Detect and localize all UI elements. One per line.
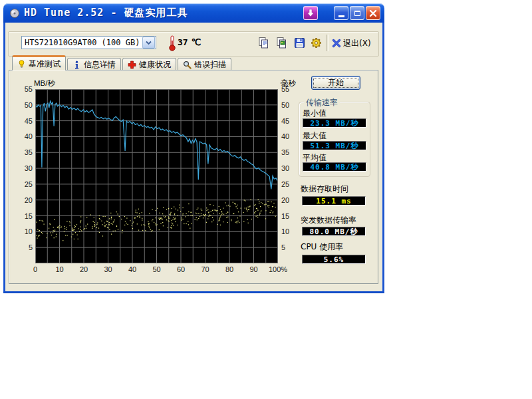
y-tick-left: 40 [17,132,33,140]
x-tick: 0 [24,265,47,273]
y-tick-left: 25 [17,180,33,188]
minimize-icon [338,15,344,17]
x-tick: 30 [97,265,120,273]
stat-value: 5.6% [302,255,366,264]
y-tick-left: 35 [17,148,33,156]
benchmark-icon [17,60,26,68]
stat-value: 51.3 MB/秒 [303,141,366,150]
stat-label: 最小值 [303,108,327,119]
exit-x-icon [332,39,341,48]
y-tick-left: 45 [17,117,33,125]
stat-value: 40.8 MB/秒 [303,162,366,172]
options-button[interactable] [308,35,324,51]
exit-button[interactable]: 退出(X) [332,36,371,51]
stat-label: 突发数据传输率 [301,215,356,226]
copy-screenshot-button[interactable] [273,35,289,51]
y-axis-unit-left: MB/秒 [34,78,55,88]
y-tick-right: 45 [281,117,297,125]
x-tick: 40 [121,265,144,273]
tab-label: 错误扫描 [194,59,226,70]
copy-image-icon [275,37,288,49]
y-tick-left: 15 [17,212,33,220]
y-tick-left: 30 [17,164,33,172]
health-icon [128,61,136,69]
y-tick-right: 15 [281,212,297,220]
x-tick: 60 [170,265,192,273]
download-update-button[interactable] [303,6,318,20]
maximize-icon [354,11,360,16]
transfer-rate-group-title: 传输速率 [304,97,340,108]
benchmark-chart [35,89,278,263]
temperature-value: 37 [178,37,188,47]
exit-label: 退出(X) [343,38,371,49]
y-tick-right: 35 [281,148,297,156]
scan-icon [183,61,192,69]
stat-value: 23.3 MB/秒 [303,118,366,128]
y-tick-left: 50 [17,101,33,109]
window-border-left [3,23,5,293]
stat-value: 15.1 ms [302,196,366,205]
tab-label: 基准测试 [29,59,61,70]
y-tick-left: 5 [17,243,33,251]
y-tick-left: 10 [17,227,33,235]
stat-label: 最大值 [303,130,327,142]
window-border-bottom [3,291,384,293]
y-tick-right: 25 [281,180,297,188]
info-icon [72,61,81,69]
window-border-right [382,23,384,293]
titlebar[interactable]: HD Tune 2.52 - 硬盘实用工具 [3,3,384,23]
y-tick-left: 55 [17,85,33,93]
x-tick: 70 [194,265,217,273]
y-tick-right: 40 [281,132,297,140]
save-screenshot-button[interactable] [291,35,307,51]
app-icon [9,8,20,19]
temperature-unit: ℃ [192,37,201,47]
tab-info[interactable]: 信息详情 [67,58,121,70]
window-title: HD Tune 2.52 - 硬盘实用工具 [24,7,188,19]
tab-health[interactable]: 健康状况 [122,58,176,70]
tab-benchmark[interactable]: 基准测试 [12,55,66,70]
save-icon [293,37,306,49]
y-tick-right: 55 [281,85,297,93]
x-tick: 10 [49,265,71,273]
y-tick-left: 20 [17,196,33,204]
y-tick-right: 5 [281,243,297,251]
copy-text-button[interactable] [255,35,271,51]
titlebar-buttons [303,6,380,20]
drive-select[interactable]: HTS721010G9AT00 (100 GB) [21,36,156,49]
temperature-readout: 37 ℃ [178,37,201,47]
tab-error-scan[interactable]: 错误扫描 [178,58,231,70]
y-tick-right: 30 [281,164,297,172]
x-tick: 100% [267,265,289,273]
transfer-rate-group: 传输速率 最小值23.3 MB/秒最大值51.3 MB/秒平均值40.8 MB/… [299,102,370,177]
chevron-down-icon[interactable] [142,37,155,49]
copy-icon [257,37,270,49]
x-tick: 80 [218,265,241,273]
stat-label: 数据存取时间 [301,184,348,195]
drive-select-value: HTS721010G9AT00 (100 GB) [22,38,142,47]
stat-value: 80.0 MB/秒 [302,227,366,236]
x-tick: 20 [72,265,95,273]
x-tick: 50 [146,265,168,273]
toolbar-separator [327,35,329,51]
tab-label: 信息详情 [84,59,116,70]
y-tick-right: 10 [281,227,297,235]
thermometer-icon [168,35,176,55]
download-arrow-icon [307,9,315,17]
start-button[interactable]: 开始 [311,76,360,90]
tab-label: 健康状况 [139,59,171,70]
minimize-button[interactable] [334,6,348,20]
close-button[interactable] [366,6,380,20]
hdtune-window: HD Tune 2.52 - 硬盘实用工具 HTS721010G9A [3,3,384,293]
y-tick-right: 20 [281,196,297,204]
options-icon [310,37,323,49]
maximize-button[interactable] [350,6,364,20]
tab-bar: 基准测试信息详情健康状况错误扫描 [12,56,233,70]
close-icon [369,9,377,17]
stat-label: CPU 使用率 [301,241,343,253]
x-tick: 90 [243,265,265,273]
y-tick-right: 50 [281,101,297,109]
